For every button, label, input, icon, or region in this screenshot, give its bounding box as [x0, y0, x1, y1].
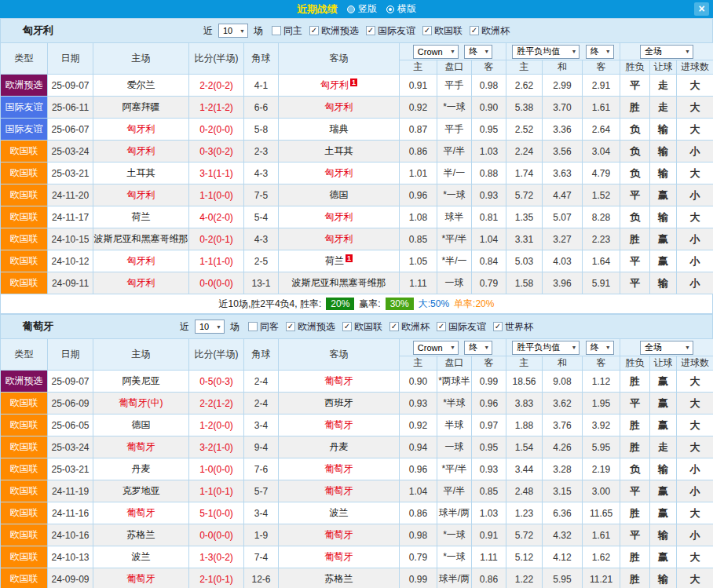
filter-checkbox[interactable]: ✓欧国联	[422, 24, 463, 38]
result-goals: 大	[677, 502, 713, 524]
dropdown-arrow-icon: ▼	[450, 345, 455, 350]
result-outcome: 胜	[620, 436, 650, 458]
summary-text: 近10场,胜2平4负4, 胜率:	[219, 298, 322, 311]
filter-checkbox[interactable]: ✓世界杯	[493, 320, 533, 334]
odds-company-select[interactable]: Crown▼	[413, 45, 459, 59]
handicap-final-select[interactable]: 终▼	[464, 45, 492, 59]
team-name: 葡萄牙	[23, 320, 53, 334]
home-team: 苏格兰	[93, 524, 189, 546]
match-row: 欧国联24-10-16苏格兰0-0(0-0)1-9葡萄牙0.98*一球0.915…	[1, 524, 713, 546]
filter-checkbox[interactable]: ✓欧国联	[342, 320, 382, 334]
wdl-average-select[interactable]: 胜平负均值▼	[512, 45, 580, 59]
col-score: 比分(半场)	[189, 339, 244, 371]
handicap-home-odds: 1.05	[400, 250, 437, 272]
away-team: 匈牙利	[279, 97, 400, 119]
handicap-line: *一球	[437, 546, 472, 568]
result-outcome: 负	[620, 458, 650, 480]
filter-checkbox[interactable]: ✓欧洲杯	[470, 24, 510, 38]
subcol-goals: 进球数	[677, 60, 713, 75]
home-team: 匈牙利	[93, 272, 189, 294]
filter-checkbox[interactable]: ✓欧洲杯	[389, 320, 430, 334]
wdl-average-select[interactable]: 胜平负均值▼	[512, 341, 580, 355]
avg-draw-odds: 5.95	[543, 568, 583, 588]
filter-checkbox[interactable]: ✓欧洲预选	[309, 24, 359, 38]
checkbox-checked-icon: ✓	[493, 322, 503, 331]
radio-icon	[386, 5, 394, 13]
match-count-select[interactable]: 10 ▼	[195, 320, 225, 334]
corner-count: 2-3	[244, 141, 279, 163]
scope-select[interactable]: 全场▼	[640, 341, 693, 355]
matches-table: 类型 日期 主场 比分(半场) 角球 客场 Crown▼ 终▼ 胜平负均值▼ 终…	[0, 42, 713, 294]
handicap-home-odds: 0.96	[400, 458, 437, 480]
avg-draw-odds: 9.08	[543, 371, 583, 393]
filter-checkbox[interactable]: 同客	[248, 320, 279, 334]
home-team: 匈牙利	[93, 184, 189, 206]
layout-radio-vertical[interactable]: 竖版	[347, 2, 377, 16]
handicap-away-odds: 0.98	[472, 75, 506, 97]
odd-rate-text: 单率:20%	[454, 298, 494, 311]
corner-count: 2-4	[244, 393, 279, 415]
home-team: 葡萄牙(中)	[93, 393, 189, 415]
match-row: 欧国联24-09-09葡萄牙2-1(0-1)12-6苏格兰0.99球半/两0.8…	[1, 568, 713, 588]
avg-draw-odds: 3.76	[543, 415, 583, 436]
home-team: 波兰	[93, 546, 189, 568]
handicap-final-select[interactable]: 终▼	[464, 341, 492, 355]
result-handicap: 输	[650, 141, 677, 163]
avg-home-odds: 5.03	[506, 250, 543, 272]
avg-home-odds: 1.22	[506, 568, 543, 588]
league-badge: 欧洲预选	[1, 75, 48, 97]
home-team: 葡萄牙	[93, 436, 189, 458]
result-handicap: 赢	[650, 502, 677, 524]
avg-home-odds: 5.72	[506, 524, 543, 546]
handicap-line: 球半	[437, 206, 472, 228]
league-badge: 欧洲预选	[1, 371, 48, 393]
handicap-line: 平手	[437, 75, 472, 97]
wdl-group-header: 胜平负均值▼ 终▼	[506, 43, 620, 60]
handicap-home-odds: 0.98	[400, 524, 437, 546]
scope-value: 全场	[645, 46, 662, 57]
filter-checkbox[interactable]: ✓欧洲预选	[286, 320, 335, 334]
result-goals: 大	[677, 568, 713, 588]
handicap-home-odds: 1.11	[400, 272, 437, 294]
score-halftime: 1-1(0-0)	[189, 184, 244, 206]
avg-draw-odds: 3.28	[543, 458, 583, 480]
result-outcome: 平	[620, 272, 650, 294]
match-row: 欧洲预选25-09-07阿美尼亚0-5(0-3)2-4葡萄牙0.90*两球半0.…	[1, 371, 713, 393]
result-outcome: 负	[620, 206, 650, 228]
near-label: 近	[203, 24, 213, 38]
section-portugal: 葡萄牙 近 10 ▼ 场 同客✓欧洲预选✓欧国联✓欧洲杯✓国际友谊✓世界杯 类型…	[0, 314, 713, 588]
titlebar: 近期战绩 竖版 横版 ×	[0, 0, 713, 18]
filter-checkbox-label: 欧国联	[354, 320, 382, 334]
avg-home-odds: 18.56	[506, 371, 543, 393]
match-date: 24-11-16	[48, 502, 93, 524]
handicap-line: *一球	[437, 97, 472, 119]
match-row: 欧国联25-03-24匈牙利0-3(0-2)2-3土耳其0.86平/半1.032…	[1, 141, 713, 163]
filter-checkbox[interactable]: ✓国际友谊	[437, 320, 486, 334]
subcol-handicap-away: 客	[472, 60, 506, 75]
score-halftime: 2-1(0-1)	[189, 568, 244, 588]
match-date: 25-06-05	[48, 415, 93, 436]
avg-home-odds: 1.35	[506, 206, 543, 228]
odds-company-select[interactable]: Crown▼	[413, 341, 459, 355]
avg-home-odds: 1.58	[506, 272, 543, 294]
filter-checkbox[interactable]: 同主	[272, 24, 302, 38]
result-outcome: 负	[620, 141, 650, 163]
close-icon: ×	[698, 2, 704, 15]
avg-away-odds: 11.21	[583, 568, 620, 588]
subcol-handicap-home: 主	[400, 60, 437, 75]
handicap-away-odds: 1.04	[472, 228, 506, 250]
scope-select[interactable]: 全场▼	[640, 45, 693, 59]
result-goals: 小	[677, 250, 713, 272]
wdl-final-select[interactable]: 终▼	[586, 45, 614, 59]
layout-radio-horizontal[interactable]: 横版	[386, 2, 416, 16]
close-button[interactable]: ×	[694, 2, 709, 16]
filter-checkbox[interactable]: ✓国际友谊	[366, 24, 415, 38]
handicap-line: *一球	[437, 184, 472, 206]
match-date: 24-11-20	[48, 184, 93, 206]
wdl-final-select[interactable]: 终▼	[586, 341, 614, 355]
match-count-select[interactable]: 10 ▼	[218, 24, 248, 38]
match-date: 25-06-07	[48, 119, 93, 141]
away-team: 葡萄牙	[279, 458, 400, 480]
handicap-home-odds: 0.93	[400, 393, 437, 415]
match-date: 24-09-11	[48, 272, 93, 294]
